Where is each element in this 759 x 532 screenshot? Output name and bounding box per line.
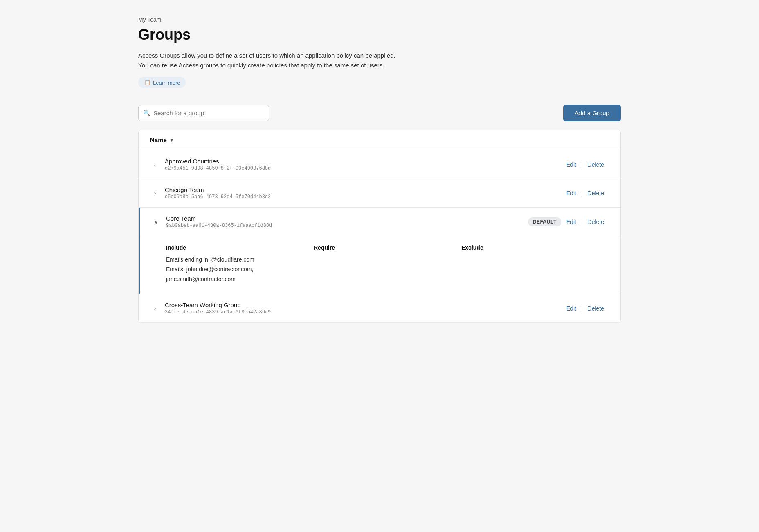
toolbar: 🔍 Add a Group: [138, 105, 621, 121]
book-icon: 📋: [144, 79, 150, 86]
group-info: Core Team 9ab0abeb-aa61-480a-8365-1faaab…: [166, 215, 521, 228]
expand-icon: ∨: [151, 217, 161, 227]
require-column: Require: [314, 244, 461, 284]
expanded-content: Include Emails ending in: @cloudflare.co…: [140, 236, 620, 294]
group-info: Chicago Team e5c09a8b-5ba6-4973-92d4-5fe…: [165, 186, 561, 200]
group-uuid: 9ab0abeb-aa61-480a-8365-1faaabf1d88d: [166, 223, 521, 228]
row-actions: Edit | Delete: [561, 188, 609, 198]
group-row-toggle[interactable]: ∨ Core Team 9ab0abeb-aa61-480a-8365-1faa…: [140, 208, 620, 236]
group-uuid: d279a451-9d08-4850-8f2f-00c490376d8d: [165, 165, 561, 171]
include-content: Emails ending in: @cloudflare.com Emails…: [166, 255, 314, 284]
delete-button[interactable]: Delete: [583, 188, 609, 198]
table-header: Name ▼: [139, 130, 620, 150]
expand-icon: ›: [150, 160, 160, 170]
row-actions: Edit | Delete: [561, 304, 609, 313]
search-wrapper: 🔍: [138, 105, 269, 121]
group-info: Approved Countries d279a451-9d08-4850-8f…: [165, 158, 561, 171]
delete-button[interactable]: Delete: [583, 304, 609, 313]
group-info: Cross-Team Working Group 34ff5ed5-ca1e-4…: [165, 302, 561, 315]
group-row-toggle[interactable]: › Chicago Team e5c09a8b-5ba6-4973-92d4-5…: [139, 179, 620, 207]
group-row-toggle[interactable]: › Cross-Team Working Group 34ff5ed5-ca1e…: [139, 294, 620, 322]
default-badge: DEFAULT: [528, 217, 561, 226]
expand-icon: ›: [150, 304, 160, 313]
row-actions: Edit | Delete: [561, 217, 609, 227]
edit-button[interactable]: Edit: [561, 304, 581, 313]
breadcrumb: My Team: [138, 16, 621, 23]
edit-button[interactable]: Edit: [561, 160, 581, 170]
group-name: Approved Countries: [165, 158, 561, 165]
group-row: › Chicago Team e5c09a8b-5ba6-4973-92d4-5…: [139, 179, 620, 208]
page-title: Groups: [138, 26, 621, 43]
group-name: Core Team: [166, 215, 521, 222]
add-group-button[interactable]: Add a Group: [563, 105, 621, 121]
learn-more-button[interactable]: 📋 Learn more: [138, 77, 186, 88]
edit-button[interactable]: Edit: [561, 217, 581, 227]
delete-button[interactable]: Delete: [583, 160, 609, 170]
group-row: › Approved Countries d279a451-9d08-4850-…: [139, 150, 620, 179]
group-name: Cross-Team Working Group: [165, 302, 561, 308]
name-column-header[interactable]: Name ▼: [150, 136, 174, 143]
delete-button[interactable]: Delete: [583, 217, 609, 227]
row-actions: Edit | Delete: [561, 160, 609, 170]
page-description: Access Groups allow you to define a set …: [138, 51, 621, 70]
sort-icon: ▼: [169, 137, 174, 143]
groups-table: Name ▼ › Approved Countries d279a451-9d0…: [138, 130, 621, 323]
group-uuid: e5c09a8b-5ba6-4973-92d4-5fe70d44b8e2: [165, 194, 561, 200]
group-uuid: 34ff5ed5-ca1e-4839-ad1a-6f8e542a86d9: [165, 309, 561, 315]
group-row-toggle[interactable]: › Approved Countries d279a451-9d08-4850-…: [139, 150, 620, 179]
expand-icon: ›: [150, 188, 160, 198]
group-name: Chicago Team: [165, 186, 561, 193]
search-input[interactable]: [138, 105, 269, 121]
group-row-expanded: ∨ Core Team 9ab0abeb-aa61-480a-8365-1faa…: [139, 208, 620, 294]
group-row: › Cross-Team Working Group 34ff5ed5-ca1e…: [139, 294, 620, 323]
learn-more-label: Learn more: [153, 80, 180, 86]
edit-button[interactable]: Edit: [561, 188, 581, 198]
include-column: Include Emails ending in: @cloudflare.co…: [166, 244, 314, 284]
exclude-column: Exclude: [461, 244, 609, 284]
search-icon: 🔍: [143, 110, 151, 117]
